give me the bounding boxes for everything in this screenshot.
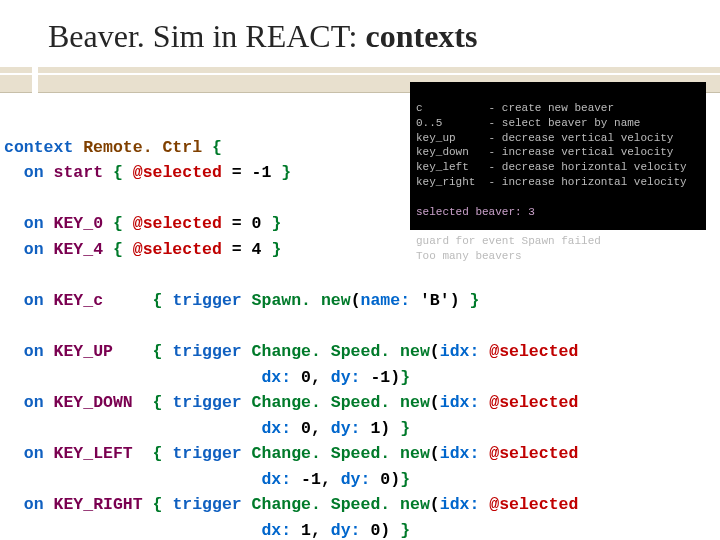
- num: 0: [301, 368, 311, 387]
- arg-dx: dx:: [261, 419, 291, 438]
- arg-dy: dy:: [331, 368, 361, 387]
- event-keyc: KEY_c: [54, 291, 104, 310]
- call-changespeed: Change. Speed. new: [252, 393, 430, 412]
- var-selected: @selected: [489, 342, 578, 361]
- paren: (: [430, 495, 440, 514]
- num: -1: [252, 163, 272, 182]
- paren: (: [351, 291, 361, 310]
- paren: ): [380, 419, 390, 438]
- paren: (: [430, 444, 440, 463]
- num: 0: [370, 521, 380, 540]
- arg-idx: idx:: [440, 495, 480, 514]
- title-text: Beaver. Sim in REACT:: [48, 18, 366, 54]
- brace: {: [113, 163, 123, 182]
- op-eq: =: [232, 214, 242, 233]
- kw-on: on: [24, 342, 44, 361]
- brace: {: [113, 214, 123, 233]
- paren: ): [390, 470, 400, 489]
- brace: {: [153, 444, 163, 463]
- term-line: key_right - increase horizontal velocity: [416, 176, 687, 188]
- event-key4: KEY_4: [54, 240, 104, 259]
- var-selected: @selected: [133, 163, 222, 182]
- context-name: Remote. Ctrl: [83, 138, 202, 157]
- num: 0: [380, 470, 390, 489]
- paren: ): [380, 521, 390, 540]
- slide-title: Beaver. Sim in REACT: contexts: [0, 0, 720, 61]
- arg-dx: dx:: [261, 368, 291, 387]
- paren: (: [430, 342, 440, 361]
- op-eq: =: [232, 163, 242, 182]
- paren: ): [390, 368, 400, 387]
- kw-on: on: [24, 240, 44, 259]
- num: 1: [370, 419, 380, 438]
- term-line: guard for event Spawn failed: [416, 235, 601, 247]
- arg-dy: dy:: [341, 470, 371, 489]
- brace: }: [469, 291, 479, 310]
- kw-on: on: [24, 393, 44, 412]
- brace: }: [400, 368, 410, 387]
- kw-trigger: trigger: [172, 495, 241, 514]
- arg-idx: idx:: [440, 393, 480, 412]
- brace: {: [153, 342, 163, 361]
- term-line: key_up - decrease vertical velocity: [416, 132, 673, 144]
- event-keydown: KEY_DOWN: [54, 393, 133, 412]
- arg-dx: dx:: [261, 470, 291, 489]
- arg-name: name:: [361, 291, 411, 310]
- kw-on: on: [24, 214, 44, 233]
- brace: }: [281, 163, 291, 182]
- str-b: 'B': [420, 291, 450, 310]
- term-line: Too many beavers: [416, 250, 522, 262]
- brace: }: [400, 521, 410, 540]
- var-selected: @selected: [133, 214, 222, 233]
- call-changespeed: Change. Speed. new: [252, 495, 430, 514]
- event-keyleft: KEY_LEFT: [54, 444, 133, 463]
- kw-context: context: [4, 138, 73, 157]
- num: 1: [301, 521, 311, 540]
- var-selected: @selected: [489, 444, 578, 463]
- var-selected: @selected: [489, 495, 578, 514]
- arg-dy: dy:: [331, 419, 361, 438]
- title-bold: contexts: [366, 18, 478, 54]
- brace: }: [400, 470, 410, 489]
- kw-trigger: trigger: [172, 393, 241, 412]
- kw-on: on: [24, 495, 44, 514]
- brace: }: [271, 240, 281, 259]
- kw-on: on: [24, 444, 44, 463]
- arg-idx: idx:: [440, 444, 480, 463]
- terminal-overlay: c - create new beaver 0..5 - select beav…: [410, 82, 706, 230]
- var-selected: @selected: [489, 393, 578, 412]
- paren: (: [430, 393, 440, 412]
- kw-trigger: trigger: [172, 291, 241, 310]
- num: -1: [301, 470, 321, 489]
- op-eq: =: [232, 240, 242, 259]
- kw-on: on: [24, 163, 44, 182]
- kw-on: on: [24, 291, 44, 310]
- num: -1: [370, 368, 390, 387]
- brace: {: [212, 138, 222, 157]
- arg-idx: idx:: [440, 342, 480, 361]
- paren: ): [450, 291, 460, 310]
- call-changespeed: Change. Speed. new: [252, 444, 430, 463]
- term-line: key_down - increase vertical velocity: [416, 146, 673, 158]
- num: 0: [252, 214, 262, 233]
- event-keyup: KEY_UP: [54, 342, 113, 361]
- event-start: start: [54, 163, 104, 182]
- num: 4: [252, 240, 262, 259]
- num: 0: [301, 419, 311, 438]
- brace: {: [113, 240, 123, 259]
- arg-dy: dy:: [331, 521, 361, 540]
- term-line: c - create new beaver: [416, 102, 614, 114]
- brace: {: [153, 495, 163, 514]
- event-keyright: KEY_RIGHT: [54, 495, 143, 514]
- kw-trigger: trigger: [172, 444, 241, 463]
- term-line: 0..5 - select beaver by name: [416, 117, 640, 129]
- term-line: key_left - decrease horizontal velocity: [416, 161, 687, 173]
- brace: }: [271, 214, 281, 233]
- call-spawn: Spawn. new: [252, 291, 351, 310]
- arg-dx: dx:: [261, 521, 291, 540]
- brace: {: [153, 393, 163, 412]
- call-changespeed: Change. Speed. new: [252, 342, 430, 361]
- event-key0: KEY_0: [54, 214, 104, 233]
- brace: }: [400, 419, 410, 438]
- brace: {: [153, 291, 163, 310]
